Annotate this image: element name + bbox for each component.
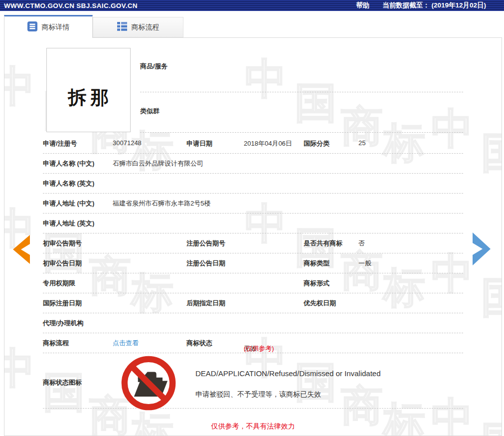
goods-services-label: 商品/服务 <box>140 62 168 71</box>
trademark-mark-text: 拆那 <box>68 85 113 110</box>
field-value: 2018年04月06日 <box>244 139 292 148</box>
field-label: 代理/办理机构 <box>43 319 84 328</box>
field-row-address-en: 申请人地址 (英文) <box>43 214 463 233</box>
field-label: 申请/注册号 <box>43 139 77 148</box>
field-value: 福建省泉州市石狮市永丰路2号5楼 <box>113 199 210 208</box>
field-row-announcement-no: 初审公告期号 注册公告期号 是否共有商标 否 <box>43 233 463 253</box>
divider <box>140 132 463 133</box>
field-label: 初审公告日期 <box>43 259 82 268</box>
field-label: 申请人地址 (中文) <box>43 199 94 208</box>
field-label: 申请日期 <box>186 139 212 148</box>
field-label: 商标类型 <box>304 259 330 268</box>
field-row-intl-dates: 国际注册日期 后期指定日期 优先权日期 <box>43 293 463 313</box>
document-list-icon <box>27 21 37 33</box>
field-label: 注册公告期号 <box>186 239 225 248</box>
process-label: 商标流程 <box>43 339 69 348</box>
field-value: 25 <box>358 139 365 147</box>
field-label: 申请人地址 (英文) <box>43 219 94 228</box>
field-label: 专用权期限 <box>43 279 75 288</box>
field-value: 一般 <box>358 259 371 268</box>
status-note: (仅供参考) <box>244 344 274 353</box>
previous-arrow-button[interactable] <box>13 235 31 266</box>
tab-trademark-process[interactable]: 商标流程 <box>93 17 183 37</box>
field-label: 商标形式 <box>304 279 330 288</box>
field-label: 申请人名称 (中文) <box>43 159 94 168</box>
field-row-announcement-date: 初审公告日期 注册公告日期 商标类型 一般 <box>43 253 463 273</box>
field-row-process-status: 商标流程 点击查看 商标状态 无效(仅供参考) <box>43 333 463 353</box>
field-label: 是否共有商标 <box>304 239 342 248</box>
status-label: 商标状态 <box>186 339 212 348</box>
status-english-text: DEAD/APPLICATION/Refused/Dismissed or In… <box>195 369 381 378</box>
field-label: 国际注册日期 <box>43 299 82 308</box>
site-url-text: WWW.CTMO.GOV.CN SBJ.SAIC.GOV.CN <box>4 2 138 9</box>
field-label: 国际分类 <box>304 139 330 148</box>
field-value: 30071248 <box>113 139 142 147</box>
tab-trademark-detail[interactable]: 商标详情 <box>4 15 93 38</box>
dead-trademark-prohibited-folder-icon <box>121 355 176 413</box>
next-arrow-button[interactable] <box>472 232 492 267</box>
field-label: 后期指定日期 <box>186 299 225 308</box>
field-row-address-cn: 申请人地址 (中文) 福建省泉州市石狮市永丰路2号5楼 <box>43 194 463 214</box>
field-label: 注册公告日期 <box>186 259 225 268</box>
trademark-detail-panel: 中国商标中国商标中国商标中国商标中国商标中国商标中国商标中国商标中国商标 拆那 … <box>4 37 502 436</box>
field-row-status-icon: 商标状态图标 DEAD/APPLICATION/Refused/Dismisse… <box>43 353 463 409</box>
field-row-agency: 代理/办理机构 <box>43 313 463 333</box>
view-process-link[interactable]: 点击查看 <box>113 339 139 348</box>
legal-disclaimer: 仅供参考，不具有法律效力 <box>4 422 502 431</box>
status-icon-label: 商标状态图标 <box>43 378 82 387</box>
status-chinese-text: 申请被驳回、不予受理等，该商标已失效 <box>195 390 321 399</box>
field-row-exclusive-term: 专用权期限 商标形式 <box>43 273 463 293</box>
field-row-applicant-en: 申请人名称 (英文) <box>43 174 463 194</box>
field-row-applicant-cn: 申请人名称 (中文) 石狮市白云外品牌设计有限公司 <box>43 154 463 174</box>
top-bar: WWW.CTMO.GOV.CN SBJ.SAIC.GOV.CN 帮助 当前数据截… <box>0 0 504 11</box>
field-label: 申请人名称 (英文) <box>43 179 94 188</box>
field-row-registration: 申请/注册号 30071248 申请日期 2018年04月06日 国际分类 25 <box>43 134 463 154</box>
trademark-image: 拆那 <box>46 48 131 132</box>
divider <box>140 92 463 92</box>
similar-group-label: 类似群 <box>140 107 160 116</box>
field-label: 初审公告期号 <box>43 239 82 248</box>
tab-process-label: 商标流程 <box>132 23 160 32</box>
list-icon <box>117 21 127 33</box>
help-link[interactable]: 帮助 <box>356 1 369 10</box>
field-value: 否 <box>358 239 365 248</box>
field-label: 优先权日期 <box>304 299 336 308</box>
field-value: 石狮市白云外品牌设计有限公司 <box>113 159 203 168</box>
tab-detail-label: 商标详情 <box>42 23 70 32</box>
data-cutoff-date: 当前数据截至： (2019年12月02日) <box>382 1 486 10</box>
